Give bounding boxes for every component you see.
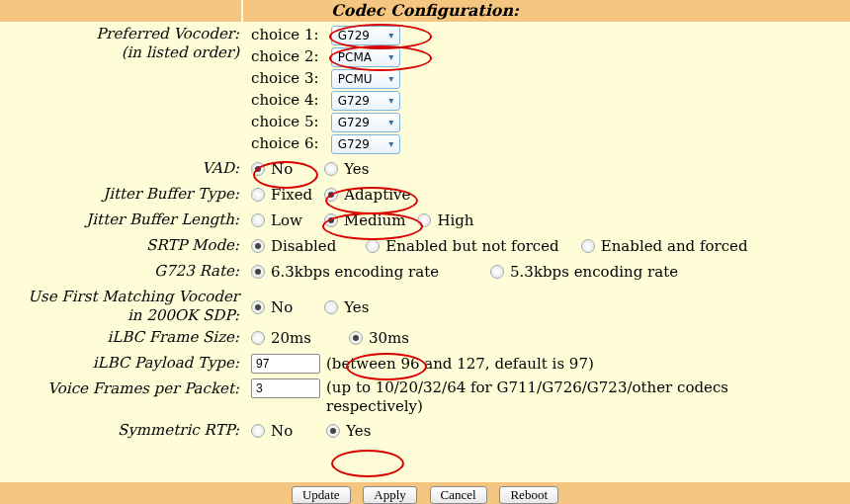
ilbc-fs-20-radio[interactable]: 20ms bbox=[251, 327, 311, 349]
chevron-down-icon: ▾ bbox=[383, 112, 399, 133]
vad-no-radio[interactable]: No bbox=[251, 158, 293, 180]
jitter-type-fixed-radio[interactable]: Fixed bbox=[251, 184, 312, 206]
label-sym-rtp: Symmetric RTP: bbox=[0, 418, 245, 440]
choice-4-label: choice 4: bbox=[251, 89, 326, 111]
apply-button[interactable]: Apply bbox=[363, 486, 417, 504]
g723-63-radio[interactable]: 6.3kbps encoding rate bbox=[251, 261, 439, 283]
sym-rtp-no-radio[interactable]: No bbox=[251, 420, 293, 442]
g723-53-radio[interactable]: 5.3kbps encoding rate bbox=[490, 261, 678, 283]
label-jitter-type: Jitter Buffer Type: bbox=[0, 182, 245, 204]
choice-1-label: choice 1: bbox=[251, 24, 326, 45]
ilbc-fs-30-radio[interactable]: 30ms bbox=[349, 327, 409, 349]
choice-2-select[interactable]: PCMA▾ bbox=[331, 47, 400, 67]
reboot-button[interactable]: Reboot bbox=[499, 486, 558, 504]
label-g723: G723 Rate: bbox=[0, 259, 245, 281]
jitter-len-medium-radio[interactable]: Medium bbox=[324, 210, 406, 231]
choice-1-select[interactable]: G729▾ bbox=[331, 26, 400, 45]
label-vfpp: Voice Frames per Packet: bbox=[0, 377, 245, 398]
chevron-down-icon: ▾ bbox=[383, 133, 399, 155]
chevron-down-icon: ▾ bbox=[383, 68, 399, 90]
label-ilbc-pt: iLBC Payload Type: bbox=[0, 351, 245, 373]
choice-3-label: choice 3: bbox=[251, 67, 326, 89]
choice-6-select[interactable]: G729▾ bbox=[331, 134, 400, 154]
choice-2-label: choice 2: bbox=[251, 45, 326, 67]
srtp-enabled-not-forced-radio[interactable]: Enabled but not forced bbox=[366, 235, 558, 257]
label-preferred-vocoder: Preferred Vocoder: (in listed order) bbox=[0, 22, 245, 62]
jitter-type-adaptive-radio[interactable]: Adaptive bbox=[324, 184, 410, 206]
ilbc-pt-hint: (between 96 and 127, default is 97) bbox=[326, 353, 594, 375]
srtp-disabled-radio[interactable]: Disabled bbox=[251, 235, 336, 257]
label-vad: VAD: bbox=[0, 156, 245, 178]
choice-6-label: choice 6: bbox=[251, 132, 326, 154]
chevron-down-icon: ▾ bbox=[383, 46, 399, 68]
chevron-down-icon: ▾ bbox=[383, 90, 399, 112]
vfpp-input[interactable] bbox=[251, 378, 320, 398]
choice-5-select[interactable]: G729▾ bbox=[331, 113, 400, 132]
chevron-down-icon: ▾ bbox=[383, 25, 399, 46]
jitter-len-low-radio[interactable]: Low bbox=[251, 210, 302, 231]
vad-yes-radio[interactable]: Yes bbox=[324, 158, 369, 180]
annotation-ring bbox=[331, 450, 404, 477]
jitter-len-high-radio[interactable]: High bbox=[417, 210, 473, 231]
sym-rtp-yes-radio[interactable]: Yes bbox=[326, 420, 371, 442]
vfpp-hint: (up to 10/20/32/64 for G711/G726/G723/ot… bbox=[326, 378, 820, 416]
choice-5-label: choice 5: bbox=[251, 111, 326, 132]
label-ilbc-fs: iLBC Frame Size: bbox=[0, 325, 245, 347]
footer-toolbar: Update Apply Cancel Reboot bbox=[0, 482, 850, 504]
preferred-vocoder-choices: choice 1: G729▾ choice 2: PCMA▾ choice 3… bbox=[245, 22, 850, 156]
choice-3-select[interactable]: PCMU▾ bbox=[331, 69, 400, 89]
label-jitter-len: Jitter Buffer Length: bbox=[0, 208, 245, 229]
update-button[interactable]: Update bbox=[292, 486, 351, 504]
label-srtp: SRTP Mode: bbox=[0, 233, 245, 255]
first-match-yes-radio[interactable]: Yes bbox=[324, 296, 369, 318]
ilbc-pt-input[interactable] bbox=[251, 354, 320, 374]
srtp-enabled-forced-radio[interactable]: Enabled and forced bbox=[581, 235, 748, 257]
first-match-no-radio[interactable]: No bbox=[251, 296, 293, 318]
cancel-button[interactable]: Cancel bbox=[430, 486, 487, 504]
label-first-match: Use First Matching Vocoder in 200OK SDP: bbox=[0, 285, 245, 325]
section-header: Codec Configuration: bbox=[0, 0, 850, 22]
choice-4-select[interactable]: G729▾ bbox=[331, 91, 400, 111]
